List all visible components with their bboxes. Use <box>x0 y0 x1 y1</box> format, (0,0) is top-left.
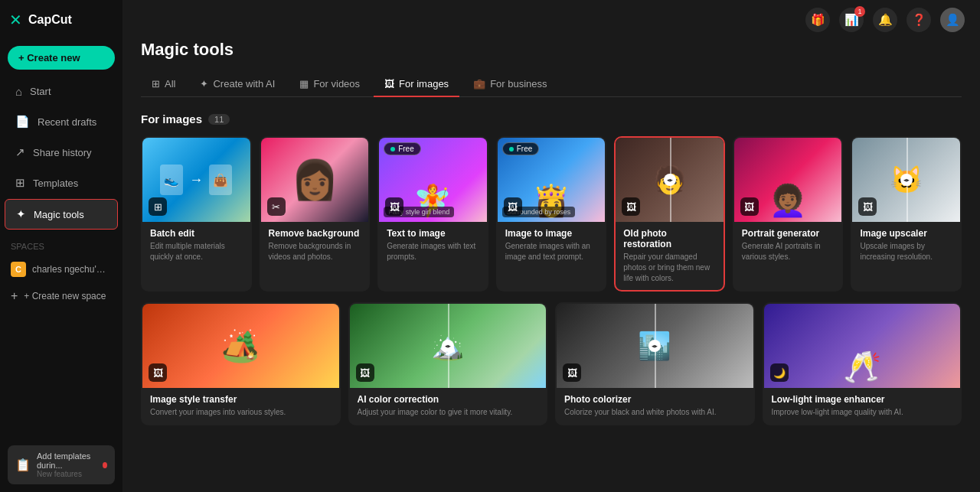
tool-thumbnail: 🐱 🖼 <box>852 138 960 222</box>
tool-desc: Improve low-light image quality with AI. <box>772 407 953 418</box>
notif-content: Add templates durin... New features <box>37 451 96 478</box>
tool-name: Batch edit <box>150 228 243 239</box>
tool-card-image-to-image[interactable]: Free 👸 Surrounded by roses 🖼 Image to im… <box>496 136 607 292</box>
tabs-bar: ⊞ All ✦ Create with AI ▦ For videos 🖼 Fo… <box>141 72 962 97</box>
campfire-figure: 🏕️ <box>221 328 260 364</box>
ai-tab-icon: ✦ <box>200 78 208 90</box>
tab-for-videos[interactable]: ▦ For videos <box>289 72 371 97</box>
template-icon: 📋 <box>15 458 31 472</box>
help-button[interactable]: ❓ <box>906 8 931 32</box>
topbar: 🎁 📊 1 🔔 ❓ 👤 <box>122 0 980 40</box>
space-item[interactable]: C charles ngechu's spa... <box>0 256 122 283</box>
tool-name: Image to image <box>505 228 598 239</box>
create-space-label: + Create new space <box>24 291 106 301</box>
home-icon: ⌂ <box>15 85 22 98</box>
tab-create-ai[interactable]: ✦ Create with AI <box>189 72 286 97</box>
free-dot <box>390 147 395 152</box>
tool-name: AI color correction <box>358 394 539 405</box>
sidebar-item-start[interactable]: ⌂ Start <box>5 77 118 106</box>
free-badge: Free <box>502 142 540 155</box>
tool-desc: Convert your images into various styles. <box>150 407 332 418</box>
tab-for-business[interactable]: 💼 For business <box>462 72 557 97</box>
tab-label: For videos <box>313 78 360 90</box>
tool-card-batch-edit[interactable]: 👟 → 👜 ⊞ Batch edit Edit multiple materia… <box>141 136 252 292</box>
sidebar-item-label: Recent drafts <box>38 116 96 128</box>
tool-thumbnail: 👟 → 👜 ⊞ <box>142 138 250 222</box>
tool-thumbnail: 🥂 🌙 <box>764 304 961 388</box>
tool-card-image-style-transfer[interactable]: 🏕️ 🖼 Image style transfer Convert your i… <box>141 302 341 425</box>
tab-all[interactable]: ⊞ All <box>141 72 186 97</box>
tool-info: Image to image Generate images with an i… <box>498 222 606 269</box>
tool-thumbnail: Free 🧚 Fairy style girl blend 🖼 <box>379 138 487 222</box>
tool-info: Portrait generator Generate AI portraits… <box>734 222 842 269</box>
video-tab-icon: ▦ <box>299 78 309 90</box>
sidebar-item-share-history[interactable]: ↗ Share history <box>5 138 118 167</box>
tool-name: Photo colorizer <box>564 394 746 405</box>
tool-desc: Adjust your image color to give it more … <box>358 407 539 418</box>
tool-icon-badge: 🖼 <box>504 197 522 216</box>
tool-info: Batch edit Edit multiple materials quick… <box>142 222 250 269</box>
space-avatar: C <box>11 262 26 277</box>
content-area: Magic tools ⊞ All ✦ Create with AI ▦ For… <box>122 40 980 492</box>
tool-info: Image style transfer Convert your images… <box>142 388 339 424</box>
tool-card-portrait-generator[interactable]: 👩🏾‍🦱 🖼 Portrait generator Generate AI po… <box>733 136 844 292</box>
sidebar-item-recent-drafts[interactable]: 📄 Recent drafts <box>5 107 118 136</box>
sidebar-bottom: 📋 Add templates durin... New features <box>0 438 122 492</box>
tool-card-low-light-enhancer[interactable]: 🥂 🌙 Low-light image enhancer Improve low… <box>763 302 962 425</box>
tool-name: Image style transfer <box>150 394 332 405</box>
page-title: Magic tools <box>141 40 962 60</box>
tool-card-remove-background[interactable]: 👩🏾 ✂ Remove background Remove background… <box>260 136 371 292</box>
tool-card-old-photo-restoration[interactable]: 🧑 🖼 Old photo restoration Repair your da… <box>614 136 725 292</box>
tool-icon-badge: 🖼 <box>858 197 877 216</box>
notification-button[interactable]: 🔔 <box>873 8 897 32</box>
magic-icon: ✦ <box>16 207 26 221</box>
app-logo: ✕ CapCut <box>0 0 122 40</box>
sidebar-item-magic-tools[interactable]: ✦ Magic tools <box>5 199 118 230</box>
sidebar-item-label: Share history <box>33 147 92 158</box>
section-header: For images 11 <box>141 112 962 125</box>
tool-desc: Colorize your black and white photos wit… <box>564 407 746 418</box>
split-circle <box>900 174 913 186</box>
tab-label: For images <box>399 78 449 90</box>
tab-label: All <box>165 78 175 90</box>
sidebar-item-label: Templates <box>33 178 78 189</box>
spaces-label: Spaces <box>0 231 122 256</box>
tool-icon-badge: 🖼 <box>622 197 640 216</box>
tool-info: Old photo restoration Repair your damage… <box>616 222 724 290</box>
create-button[interactable]: + Create new <box>8 46 115 70</box>
tool-icon-badge: 🌙 <box>770 363 789 382</box>
split-circle <box>442 340 454 352</box>
tool-desc: Generate images with an image and text p… <box>505 241 598 262</box>
tool-card-image-upscaler[interactable]: 🐱 🖼 Image upscaler Upscale images by inc… <box>851 136 962 292</box>
all-tab-icon: ⊞ <box>152 78 160 90</box>
main-content: 🎁 📊 1 🔔 ❓ 👤 Magic tools ⊞ All ✦ Create w… <box>122 0 980 492</box>
stats-icon-button[interactable]: 📊 1 <box>839 8 864 32</box>
tool-thumbnail: 👩🏾‍🦱 🖼 <box>734 138 842 222</box>
tool-name: Text to image <box>387 228 479 239</box>
tool-icon-badge: 🖼 <box>563 363 581 382</box>
sidebar-item-templates[interactable]: ⊞ Templates <box>5 168 118 197</box>
thumb-decor: 👟 <box>160 165 183 195</box>
tool-info: Text to image Generate images with text … <box>379 222 487 269</box>
create-space-item[interactable]: + + Create new space <box>0 283 122 309</box>
thumb-decor2: 👜 <box>209 165 232 195</box>
split-circle <box>648 340 661 352</box>
tool-info: Photo colorizer Colorize your black and … <box>557 388 753 424</box>
split-circle <box>664 174 676 186</box>
tool-info: Image upscaler Upscale images by increas… <box>852 222 960 269</box>
free-badge: Free <box>384 142 421 155</box>
sidebar-nav: ⌂ Start 📄 Recent drafts ↗ Share history … <box>0 76 122 231</box>
avatar-button[interactable]: 👤 <box>940 8 965 32</box>
tool-card-photo-colorizer[interactable]: 🏙️ 🖼 Photo colorizer Colorize your black… <box>555 302 755 425</box>
sidebar-item-label: Magic tools <box>34 209 84 220</box>
notification-banner[interactable]: 📋 Add templates durin... New features <box>8 445 115 484</box>
sidebar-item-label: Start <box>30 86 51 97</box>
free-dot <box>509 147 514 152</box>
gift-icon-button[interactable]: 🎁 <box>805 8 830 32</box>
tab-for-images[interactable]: 🖼 For images <box>374 72 459 97</box>
notif-title: Add templates durin... <box>37 451 96 470</box>
tool-name: Image upscaler <box>860 228 952 239</box>
tool-card-ai-color-correction[interactable]: 🏔️ 🖼 AI color correction Adjust your ima… <box>348 302 548 425</box>
tool-card-text-to-image[interactable]: Free 🧚 Fairy style girl blend 🖼 Text to … <box>377 136 488 292</box>
tool-info: Remove background Remove backgrounds in … <box>261 222 369 269</box>
